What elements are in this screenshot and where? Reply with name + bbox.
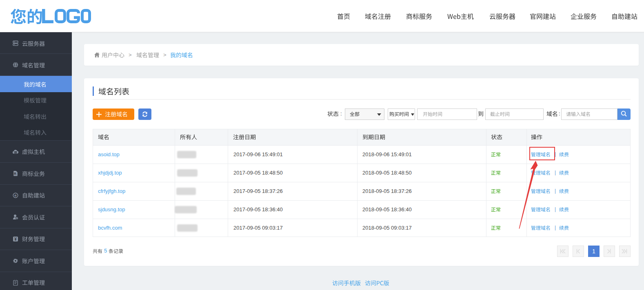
svg-text:¥: ¥ <box>14 237 17 241</box>
svg-text:e: e <box>14 193 16 197</box>
svg-text:R: R <box>14 172 16 176</box>
